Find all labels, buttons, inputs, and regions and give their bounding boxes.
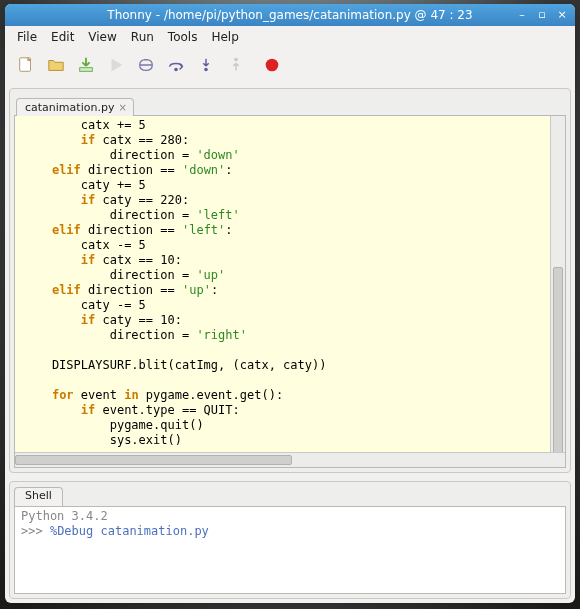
horizontal-scrollbar[interactable] bbox=[15, 452, 565, 467]
horizontal-scrollbar-thumb[interactable] bbox=[15, 455, 292, 465]
svg-point-5 bbox=[266, 58, 279, 71]
shell-panel: Shell Python 3.4.2 >>> %Debug catanimati… bbox=[9, 481, 571, 599]
shell-tab-strip: Shell bbox=[14, 486, 566, 506]
menu-tools[interactable]: Tools bbox=[162, 28, 204, 46]
editor-tab-label: catanimation.py bbox=[25, 101, 114, 114]
titlebar[interactable]: Thonny - /home/pi/python_games/catanimat… bbox=[5, 4, 575, 26]
svg-point-3 bbox=[204, 67, 208, 71]
open-file-icon bbox=[47, 56, 65, 77]
save-file-button[interactable] bbox=[75, 55, 97, 77]
svg-point-4 bbox=[234, 57, 238, 61]
pane-resizer[interactable] bbox=[5, 475, 575, 479]
run-icon bbox=[107, 56, 125, 77]
open-file-button[interactable] bbox=[45, 55, 67, 77]
close-button[interactable]: × bbox=[555, 8, 569, 22]
shell-tab-label: Shell bbox=[25, 489, 52, 502]
menu-edit[interactable]: Edit bbox=[45, 28, 80, 46]
save-file-icon bbox=[77, 56, 95, 77]
step-out-button[interactable] bbox=[225, 55, 247, 77]
svg-point-2 bbox=[174, 67, 178, 71]
shell-banner: Python 3.4.2 bbox=[21, 509, 559, 524]
menu-run[interactable]: Run bbox=[125, 28, 160, 46]
run-button[interactable] bbox=[105, 55, 127, 77]
new-file-button[interactable] bbox=[15, 55, 37, 77]
stop-icon bbox=[263, 56, 281, 77]
vertical-scrollbar-thumb[interactable] bbox=[553, 267, 563, 452]
window-controls: – ▫ × bbox=[515, 8, 569, 22]
editor-tab-strip: catanimation.py × bbox=[14, 93, 566, 115]
editor-tab[interactable]: catanimation.py × bbox=[16, 98, 134, 116]
step-over-button[interactable] bbox=[165, 55, 187, 77]
toolbar bbox=[5, 48, 575, 84]
shell-command: %Debug catanimation.py bbox=[50, 524, 209, 538]
step-over-icon bbox=[167, 56, 185, 77]
step-into-icon bbox=[197, 56, 215, 77]
shell-output[interactable]: Python 3.4.2 >>> %Debug catanimation.py bbox=[14, 506, 566, 594]
code-text[interactable]: catx += 5 if catx == 280: direction = 'd… bbox=[15, 116, 565, 452]
menubar: File Edit View Run Tools Help bbox=[5, 26, 575, 48]
debug-icon bbox=[137, 56, 155, 77]
menu-file[interactable]: File bbox=[11, 28, 43, 46]
window-title: Thonny - /home/pi/python_games/catanimat… bbox=[5, 8, 575, 22]
new-file-icon bbox=[17, 56, 35, 77]
shell-prompt: >>> bbox=[21, 524, 50, 538]
editor-panel: catanimation.py × catx += 5 if catx == 2… bbox=[9, 88, 571, 473]
svg-rect-1 bbox=[80, 67, 93, 71]
step-out-icon bbox=[227, 56, 245, 77]
menu-view[interactable]: View bbox=[82, 28, 122, 46]
thonny-window: Thonny - /home/pi/python_games/catanimat… bbox=[5, 4, 575, 603]
maximize-button[interactable]: ▫ bbox=[535, 8, 549, 22]
close-icon[interactable]: × bbox=[118, 103, 126, 113]
minimize-button[interactable]: – bbox=[515, 8, 529, 22]
stop-button[interactable] bbox=[261, 55, 283, 77]
code-editor[interactable]: catx += 5 if catx == 280: direction = 'd… bbox=[14, 115, 566, 468]
menu-help[interactable]: Help bbox=[205, 28, 244, 46]
debug-button[interactable] bbox=[135, 55, 157, 77]
step-into-button[interactable] bbox=[195, 55, 217, 77]
code-scroll-area[interactable]: catx += 5 if catx == 280: direction = 'd… bbox=[15, 116, 565, 452]
shell-line: >>> %Debug catanimation.py bbox=[21, 524, 559, 539]
vertical-scrollbar[interactable] bbox=[550, 116, 565, 452]
shell-tab[interactable]: Shell bbox=[14, 487, 63, 507]
